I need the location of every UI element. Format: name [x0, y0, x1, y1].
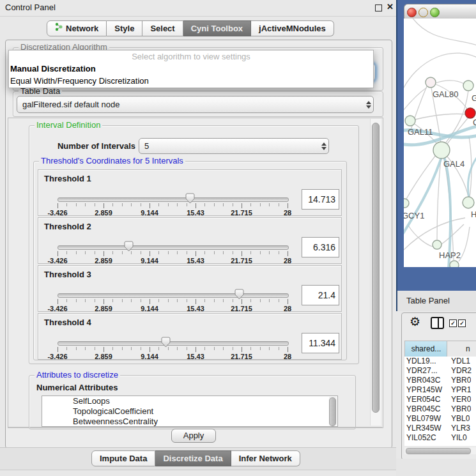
table-row[interactable]: YPR145WYPR1	[404, 385, 476, 395]
traffic-light-close-icon[interactable]	[407, 8, 417, 17]
checkbox-icon[interactable]: ✓	[458, 319, 466, 327]
network-node-gal4[interactable]	[433, 142, 450, 158]
threshold-value-field[interactable]: 14.713	[302, 189, 339, 210]
threshold-label: Threshold 2	[44, 222, 91, 231]
numerical-attributes-list[interactable]: SelfLoopsTopologicalCoefficientBetweenne…	[42, 395, 338, 427]
slider-thumb[interactable]	[234, 289, 244, 302]
slider-track[interactable]	[58, 245, 289, 250]
list-item[interactable]: BetweennessCentrality	[42, 417, 337, 427]
slider-tick-label: 15.43	[187, 353, 204, 360]
apply-button[interactable]: Apply	[171, 429, 216, 443]
tab-label: Infer Network	[239, 451, 292, 466]
column-header-shared-name[interactable]: shared...	[404, 341, 448, 357]
tab-jactivemnodules[interactable]: jActiveMNodules	[251, 20, 334, 36]
network-node-gcy1[interactable]	[404, 199, 409, 208]
slider-tick	[260, 203, 261, 206]
slider-tick	[131, 203, 132, 206]
cell-shared-name: YDR27...	[404, 366, 449, 376]
tab-select[interactable]: Select	[142, 20, 183, 36]
slider-tick	[122, 251, 123, 254]
network-node-gal80[interactable]	[426, 77, 436, 88]
algorithm-option[interactable]: Manual Discretization	[9, 63, 373, 75]
slider-track[interactable]	[58, 293, 289, 298]
horizontal-scrollbar-thumb[interactable]	[406, 448, 471, 454]
threshold-label: Threshold 4	[44, 318, 91, 327]
list-scrollbar-track[interactable]	[329, 397, 337, 426]
traffic-light-zoom-icon[interactable]	[430, 8, 440, 17]
table-data-combobox[interactable]: galFiltered.sif default node	[17, 96, 374, 113]
slider-tick-label: 21.715	[231, 209, 252, 217]
network-node-gal11[interactable]	[405, 116, 415, 126]
slider-track[interactable]	[58, 197, 289, 202]
list-scrollbar-thumb[interactable]	[329, 397, 336, 426]
slider-tick	[250, 251, 251, 254]
table-panel-title: Table Panel	[406, 296, 450, 305]
network-node[interactable]	[450, 261, 459, 267]
horizontal-scrollbar-track[interactable]	[404, 447, 476, 454]
table-rows: YDL19...YDL1YDR27...YDR2YBR043CYBR0YPR14…	[404, 357, 476, 446]
threshold-value-field[interactable]: 11.344	[302, 333, 339, 353]
network-node-label: GAL4	[443, 159, 464, 169]
table-row[interactable]: YBR045CYBR0	[404, 404, 476, 414]
table-row[interactable]: YBR043CYBR0	[404, 376, 476, 385]
network-window-titlebar[interactable]	[404, 4, 476, 20]
network-node-label: GAL80	[433, 89, 458, 99]
traffic-light-minimize-icon[interactable]	[418, 8, 428, 17]
slider-tick	[141, 203, 141, 206]
vertical-scrollbar-thumb[interactable]	[372, 123, 380, 413]
slider-tick	[223, 251, 224, 254]
network-node-c[interactable]	[465, 108, 475, 118]
table-row[interactable]: YLR345WYLR3	[404, 424, 476, 433]
thresholds-group-title: Threshold's Coordinates for 5 Intervals	[39, 156, 185, 165]
list-item[interactable]: TopologicalCoefficient	[42, 406, 337, 417]
slider-thumb[interactable]	[124, 241, 134, 254]
cell-shared-name: YIL052C	[404, 433, 449, 443]
table-row[interactable]: YDR27...YDR2	[404, 366, 476, 376]
tab-network[interactable]: Network	[47, 20, 107, 36]
tab-cyni-toolbox[interactable]: Cyni Toolbox	[183, 20, 251, 36]
cell-name: YER0	[449, 395, 471, 404]
tab-impute-data[interactable]: Impute Data	[91, 450, 155, 466]
screenshot-root: Control Panel ✕ NetworkStyleSelectCyni T…	[0, 0, 476, 476]
combo-arrows-icon	[364, 101, 373, 109]
slider-thumb[interactable]	[161, 337, 171, 349]
slider-tick	[85, 347, 86, 350]
table-row[interactable]: YIL052CYIL0	[404, 433, 476, 443]
network-node-hap2[interactable]	[433, 240, 441, 249]
list-item[interactable]: SelfLoops	[42, 396, 337, 406]
slider-tick	[260, 347, 261, 350]
table-row[interactable]: YBL079WYBL0	[404, 414, 476, 424]
slider-thumb[interactable]	[185, 193, 195, 206]
slider-tick-label: 2.859	[95, 209, 112, 217]
column-header-name[interactable]: n	[447, 341, 476, 357]
network-node-ga[interactable]	[463, 81, 473, 91]
float-window-icon[interactable]	[375, 4, 382, 12]
algorithm-option[interactable]: Equal Width/Frequency Discretization	[9, 75, 373, 87]
gear-icon[interactable]: ⚙	[410, 314, 420, 329]
slider-tick	[76, 251, 77, 254]
slider-tick	[204, 299, 205, 302]
slider-tick	[95, 251, 95, 254]
network-view-canvas[interactable]: GAL80GACGAL11GAL4GCY1HHAP2	[404, 19, 476, 267]
close-icon[interactable]: ✕	[387, 2, 394, 12]
slider-tick-label: 21.715	[231, 353, 252, 360]
checkbox-icon[interactable]: ✓	[449, 319, 457, 327]
threshold-value-field[interactable]: 6.316	[302, 237, 339, 257]
slider-tick	[104, 347, 104, 352]
tab-style[interactable]: Style	[107, 20, 142, 36]
split-columns-icon[interactable]	[431, 317, 444, 329]
slider-tick	[223, 203, 224, 206]
slider-tick-label: 2.859	[95, 305, 112, 312]
tab-label: Style	[114, 21, 134, 36]
slider-tick	[58, 251, 58, 256]
slider-tick	[214, 251, 215, 254]
slider-tick	[196, 299, 196, 304]
num-intervals-combobox[interactable]: 5	[139, 138, 329, 154]
threshold-value-field[interactable]: 21.4	[302, 285, 339, 305]
network-node-h[interactable]	[463, 197, 474, 208]
tab-infer-network[interactable]: Infer Network	[231, 450, 300, 466]
tab-discretize-data[interactable]: Discretize Data	[155, 450, 231, 466]
slider-track[interactable]	[58, 341, 289, 346]
table-row[interactable]: YDL19...YDL1	[404, 357, 476, 366]
table-row[interactable]: YER054CYER0	[404, 395, 476, 404]
